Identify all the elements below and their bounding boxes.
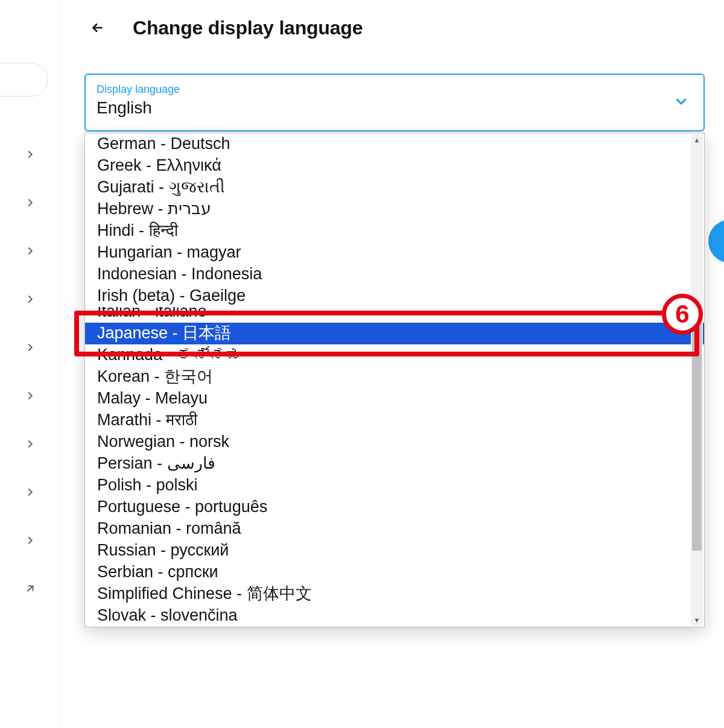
- language-option[interactable]: Romanian - română: [85, 518, 704, 540]
- search-pill-fragment: [0, 63, 48, 97]
- select-value: English: [97, 98, 670, 118]
- select-label: Display language: [97, 83, 670, 96]
- language-option[interactable]: German - Deutsch: [85, 133, 704, 155]
- chevron-right-icon: [24, 244, 37, 258]
- sidebar-item-chevron[interactable]: [18, 516, 42, 565]
- sidebar-item-chevron[interactable]: [18, 323, 42, 372]
- page-title: Change display language: [133, 17, 363, 39]
- language-option[interactable]: Persian - فارسی: [85, 453, 704, 475]
- sidebar-item-chevron[interactable]: [18, 420, 42, 468]
- page-header: Change display language: [60, 0, 724, 52]
- language-option[interactable]: Kannada - ಕನ್ನಡ: [85, 344, 704, 366]
- main-panel: Change display language Display language…: [60, 0, 724, 728]
- scrollbar[interactable]: ▲ ▼: [691, 135, 703, 625]
- language-option[interactable]: Norwegian - norsk: [85, 431, 704, 453]
- sidebar-item-external[interactable]: [18, 565, 42, 613]
- sidebar-item-chevron[interactable]: [18, 468, 42, 516]
- language-option[interactable]: Japanese - 日本語: [85, 323, 704, 344]
- chevron-right-icon: [24, 148, 37, 161]
- language-listbox[interactable]: German - DeutschGreek - ΕλληνικάGujarati…: [84, 133, 705, 627]
- chevron-right-icon: [24, 293, 37, 306]
- language-option[interactable]: Portuguese - português: [85, 496, 704, 518]
- language-option[interactable]: Irish (beta) - Gaeilge: [85, 285, 704, 307]
- arrow-up-right-icon: [24, 582, 37, 595]
- language-option[interactable]: Russian - русский: [85, 540, 704, 562]
- arrow-left-icon: [90, 20, 106, 36]
- chevron-down-icon: [672, 92, 690, 113]
- sidebar-item-chevron[interactable]: [18, 130, 42, 179]
- chevron-right-icon: [24, 196, 37, 209]
- language-option[interactable]: Italian - italiano: [85, 307, 704, 323]
- language-option[interactable]: Polish - polski: [85, 475, 704, 496]
- language-option[interactable]: Korean - 한국어: [85, 366, 704, 388]
- sidebar-item-chevron[interactable]: [18, 275, 42, 323]
- sidebar-item-chevron[interactable]: [18, 227, 42, 275]
- scroll-up-button[interactable]: ▲: [691, 135, 703, 145]
- language-option[interactable]: Slovak - slovenčina: [85, 605, 704, 627]
- chevron-right-icon: [24, 486, 37, 499]
- sidebar-item-chevron[interactable]: [18, 179, 42, 227]
- language-option[interactable]: Serbian - српски: [85, 562, 704, 583]
- language-option[interactable]: Hindi - हिन्दी: [85, 220, 704, 242]
- back-button[interactable]: [84, 14, 111, 41]
- scroll-thumb[interactable]: [692, 309, 702, 551]
- chevron-right-icon: [24, 437, 37, 451]
- scroll-down-button[interactable]: ▼: [691, 615, 703, 625]
- language-option[interactable]: Indonesian - Indonesia: [85, 264, 704, 285]
- language-option[interactable]: Malay - Melayu: [85, 388, 704, 410]
- chevron-right-icon: [24, 389, 37, 402]
- language-option[interactable]: Gujarati - ગુજરાતી: [85, 177, 704, 198]
- language-option[interactable]: Hebrew - עברית: [85, 198, 704, 220]
- display-language-select[interactable]: Display language English: [84, 74, 705, 131]
- chevron-right-icon: [24, 341, 37, 354]
- settings-nav-fragment: [0, 0, 60, 728]
- language-option[interactable]: Greek - Ελληνικά: [85, 155, 704, 177]
- chevron-right-icon: [24, 534, 37, 547]
- language-option[interactable]: Simplified Chinese - 简体中文: [85, 583, 704, 605]
- language-option[interactable]: Hungarian - magyar: [85, 242, 704, 264]
- display-language-select-wrap: Display language English German - Deutsc…: [84, 74, 705, 131]
- language-option[interactable]: Marathi - मराठी: [85, 410, 704, 431]
- sidebar-item-chevron[interactable]: [18, 372, 42, 420]
